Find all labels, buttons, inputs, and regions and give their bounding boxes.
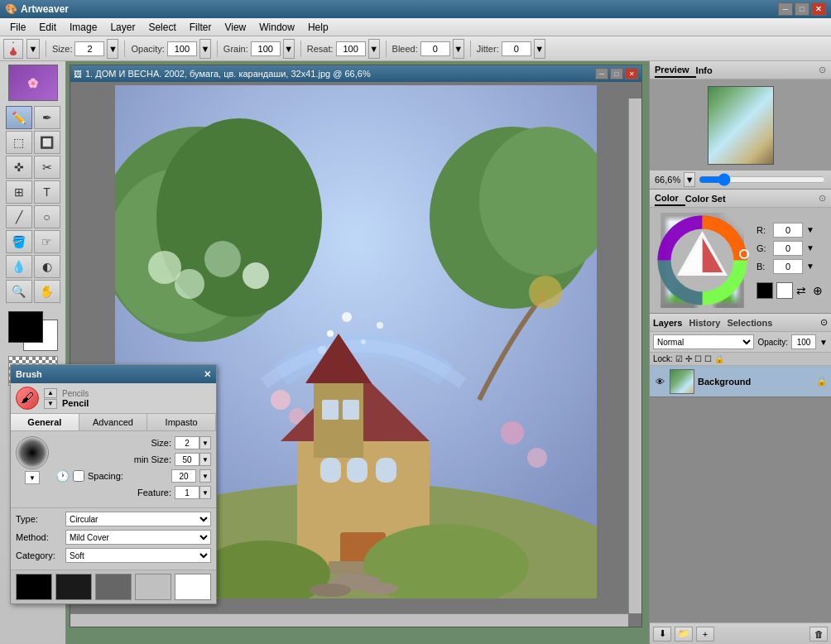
prev-preset-button[interactable]: ▲ bbox=[44, 388, 57, 398]
method-dropdown[interactable]: Mild Cover Full Cover Soft Cover bbox=[65, 530, 211, 545]
close-button[interactable]: ✕ bbox=[811, 2, 826, 16]
color-wheel-container[interactable] bbox=[655, 213, 750, 308]
r-dropdown[interactable]: ▼ bbox=[806, 225, 814, 234]
layer-item[interactable]: 👁 Background 🔒 bbox=[650, 366, 831, 397]
color-picker-tool[interactable]: 💧 bbox=[6, 255, 32, 278]
g-dropdown[interactable]: ▼ bbox=[806, 243, 814, 252]
crop-tool[interactable]: ✂ bbox=[34, 156, 60, 179]
foreground-swatch[interactable] bbox=[757, 282, 773, 299]
menu-filter[interactable]: Filter bbox=[183, 20, 219, 35]
grain-input[interactable] bbox=[251, 41, 281, 56]
menu-file[interactable]: File bbox=[3, 20, 32, 35]
b-dropdown[interactable]: ▼ bbox=[806, 262, 814, 271]
size-input[interactable] bbox=[74, 41, 104, 56]
smudge-tool[interactable]: ☞ bbox=[34, 230, 60, 253]
rectangle-select-tool[interactable]: ⬚ bbox=[6, 131, 32, 154]
jitter-input[interactable] bbox=[502, 41, 531, 56]
menu-help[interactable]: Help bbox=[301, 20, 335, 35]
text-tool[interactable]: T bbox=[34, 180, 60, 204]
feature-param-input[interactable] bbox=[175, 486, 199, 499]
resat-dropdown[interactable]: ▼ bbox=[368, 39, 380, 59]
zoom-dropdown-button[interactable]: ▼ bbox=[684, 172, 695, 187]
brush-tab-impasto[interactable]: Impasto bbox=[147, 414, 216, 430]
minimize-button[interactable]: ─ bbox=[778, 2, 793, 16]
move-down-button[interactable]: ⬇ bbox=[653, 627, 671, 642]
color-set-tab[interactable]: Color Set bbox=[685, 192, 733, 205]
foreground-color[interactable] bbox=[8, 311, 43, 343]
layers-close[interactable]: ⊙ bbox=[820, 317, 828, 328]
doc-max-button[interactable]: □ bbox=[610, 68, 623, 79]
history-tab[interactable]: History bbox=[689, 316, 727, 329]
opacity-input[interactable] bbox=[791, 334, 816, 349]
menu-view[interactable]: View bbox=[218, 20, 252, 35]
menu-layer[interactable]: Layer bbox=[103, 20, 142, 35]
feature-param-dropdown[interactable]: ▼ bbox=[199, 486, 211, 499]
grain-dropdown[interactable]: ▼ bbox=[283, 39, 295, 59]
paint-bucket-tool[interactable]: 🪣 bbox=[6, 230, 32, 253]
new-swatch-icon[interactable]: ⊕ bbox=[813, 284, 823, 297]
delete-layer-button[interactable]: 🗑 bbox=[809, 627, 828, 642]
min-size-param-input[interactable] bbox=[175, 453, 199, 466]
next-preset-button[interactable]: ▼ bbox=[44, 399, 57, 409]
opacity-dropdown[interactable]: ▼ bbox=[819, 338, 828, 347]
line-tool[interactable]: ╱ bbox=[6, 205, 32, 228]
opacity-input[interactable] bbox=[167, 41, 197, 56]
spacing-param-input[interactable] bbox=[171, 469, 196, 483]
size-dropdown[interactable]: ▼ bbox=[107, 39, 118, 59]
brush-shape-dropdown[interactable]: ▼ bbox=[25, 471, 40, 484]
preview-close[interactable]: ⊙ bbox=[819, 65, 826, 75]
brush-shape-preview[interactable] bbox=[16, 436, 49, 469]
background-swatch[interactable] bbox=[776, 282, 793, 299]
blend-tool[interactable]: ◐ bbox=[34, 255, 60, 278]
size-param-dropdown[interactable]: ▼ bbox=[199, 436, 211, 449]
new-layer-button[interactable]: + bbox=[696, 627, 714, 642]
doc-close-button[interactable]: ✕ bbox=[625, 68, 638, 79]
resat-input[interactable] bbox=[336, 41, 366, 56]
min-size-param-dropdown[interactable]: ▼ bbox=[199, 453, 211, 466]
layers-tab[interactable]: Layers bbox=[653, 316, 689, 329]
media-swatch[interactable]: 🌸 bbox=[8, 65, 58, 101]
opacity-dropdown[interactable]: ▼ bbox=[199, 39, 211, 59]
vertical-scrollbar[interactable] bbox=[628, 99, 641, 613]
lock-position-icon[interactable]: ✢ bbox=[685, 354, 692, 363]
menu-window[interactable]: Window bbox=[252, 20, 301, 35]
layer-visibility-icon[interactable]: 👁 bbox=[653, 375, 666, 388]
preview-tab[interactable]: Preview bbox=[655, 63, 696, 78]
spacing-checkbox[interactable] bbox=[73, 470, 84, 482]
info-tab[interactable]: Info bbox=[696, 64, 719, 77]
selections-tab[interactable]: Selections bbox=[727, 316, 779, 329]
brush-tab-general[interactable]: General bbox=[11, 414, 79, 430]
b-input[interactable] bbox=[773, 259, 803, 274]
size-param-input[interactable] bbox=[175, 436, 199, 449]
type-dropdown[interactable]: Circular Rectangular Custom bbox=[65, 512, 211, 526]
lock-icon[interactable]: 🔒 bbox=[714, 354, 724, 363]
spacing-param-dropdown[interactable]: ▼ bbox=[199, 469, 211, 483]
menu-edit[interactable]: Edit bbox=[32, 20, 63, 35]
color-tab[interactable]: Color bbox=[655, 191, 685, 206]
transform-tool[interactable]: ✜ bbox=[6, 156, 32, 179]
jitter-dropdown[interactable]: ▼ bbox=[534, 39, 545, 59]
brush-panel-close-button[interactable]: ✕ bbox=[204, 369, 211, 380]
lock-paint-icon[interactable]: ☐ bbox=[694, 354, 702, 363]
category-dropdown[interactable]: Soft Hard Medium bbox=[65, 548, 211, 563]
zoom-slider[interactable] bbox=[699, 174, 826, 185]
horizontal-scrollbar[interactable] bbox=[70, 613, 628, 627]
lock-all-icon[interactable]: ☐ bbox=[704, 354, 712, 363]
new-group-button[interactable]: 📁 bbox=[675, 627, 693, 642]
bleed-input[interactable] bbox=[420, 41, 450, 56]
brush-select-button[interactable] bbox=[3, 39, 23, 59]
brush-tab-advanced[interactable]: Advanced bbox=[79, 414, 148, 430]
r-input[interactable] bbox=[773, 223, 803, 238]
zoom-tool[interactable]: 🔍 bbox=[6, 280, 32, 303]
swap-icon[interactable]: ⇄ bbox=[796, 284, 806, 297]
lasso-tool[interactable]: 🔲 bbox=[34, 131, 60, 154]
pan-tool[interactable]: ✋ bbox=[34, 280, 60, 303]
bleed-dropdown[interactable]: ▼ bbox=[453, 39, 464, 59]
eyedropper-tool[interactable]: ✒ bbox=[34, 106, 60, 129]
g-input[interactable] bbox=[773, 241, 803, 256]
shape-tool[interactable]: ○ bbox=[34, 205, 60, 228]
brush-tool[interactable]: ✏️ bbox=[6, 106, 32, 129]
blend-mode-dropdown[interactable]: Normal Multiply Screen Overlay bbox=[653, 334, 754, 349]
brush-options-button[interactable]: ▼ bbox=[26, 39, 40, 59]
grid-tool[interactable]: ⊞ bbox=[6, 180, 32, 204]
